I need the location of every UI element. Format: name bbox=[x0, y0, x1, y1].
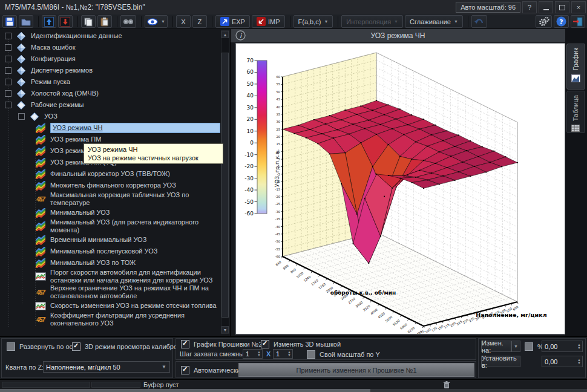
tree-item-label[interactable]: Порог скорости автомобиля для идентифика… bbox=[50, 269, 220, 284]
exit-button[interactable] bbox=[571, 15, 585, 28]
tree-item[interactable]: Конфигурация bbox=[1, 53, 220, 65]
tree-expand-icon[interactable] bbox=[18, 113, 25, 120]
tree-item[interactable]: Идентификационные данные bbox=[1, 30, 220, 42]
open-button[interactable] bbox=[19, 15, 33, 28]
tree-item-label[interactable]: Множитель финального корректора УОЗ bbox=[50, 181, 176, 189]
tree-item-label[interactable]: Финальный корректор УОЗ (ТВВ/ТОЖ) bbox=[50, 170, 170, 178]
info-icon[interactable]: i bbox=[235, 30, 246, 42]
tab-graph[interactable]: График bbox=[566, 44, 585, 90]
scroll-down-icon[interactable]: ▼ bbox=[221, 326, 229, 333]
close-button[interactable]: × bbox=[571, 1, 586, 13]
x-axis-button[interactable]: X bbox=[176, 15, 191, 28]
expand-axes-checkbox[interactable]: Развернуть по осям bbox=[7, 342, 81, 351]
tree-item-label[interactable]: УОЗ режима ЧН bbox=[50, 123, 220, 133]
tree-item-label[interactable]: Диспетчер режимов bbox=[31, 67, 93, 74]
auto-apply-checkbox[interactable]: Автоматически bbox=[181, 366, 240, 374]
interpolation-dropdown[interactable]: Интерполяция▼ bbox=[341, 15, 403, 28]
tree-item-label[interactable]: Конфигурация bbox=[31, 55, 76, 63]
view-button[interactable]: ▼ bbox=[145, 15, 168, 28]
tree-item-label[interactable]: Маска ошибок bbox=[31, 44, 75, 51]
tree-item-label[interactable]: Временный минимальный УОЗ bbox=[50, 236, 146, 244]
window-resize-edge[interactable] bbox=[0, 389, 370, 392]
copy-button[interactable] bbox=[81, 15, 96, 28]
percent-checkbox[interactable]: % bbox=[525, 342, 543, 351]
tree-item[interactable]: Минимальный УОЗ (для расчета индикаторно… bbox=[1, 218, 220, 234]
maximize-button[interactable] bbox=[555, 1, 569, 13]
tree-expand-icon[interactable] bbox=[5, 79, 11, 85]
change-by-dropdown[interactable]: ▼ bbox=[511, 341, 520, 352]
load-firmware1-button[interactable] bbox=[42, 15, 56, 28]
import-button[interactable]: IMP bbox=[252, 15, 285, 28]
tree-item-label[interactable]: Минимальный послепусковой УОЗ bbox=[50, 247, 157, 255]
tree-item-label[interactable]: УОЗ режим bbox=[50, 147, 85, 155]
z-axis-button[interactable]: Z bbox=[192, 15, 207, 28]
formula-dropdown[interactable]: F(a,b,c)▼ bbox=[294, 15, 333, 28]
tree-item[interactable]: Диспетчер режимов bbox=[1, 65, 220, 76]
tab-table[interactable]: Таблица bbox=[566, 91, 585, 133]
help-button[interactable]: ? bbox=[554, 15, 569, 28]
tree-item[interactable]: Скорость изменения УОЗ на режиме отсечки… bbox=[1, 300, 220, 312]
spinner-arrows-icon[interactable]: ▲▼ bbox=[287, 351, 291, 357]
tree-item-label[interactable]: Режим пуска bbox=[31, 78, 70, 86]
tree-item[interactable]: 457Коэффициент фильтрации для усреднения… bbox=[1, 312, 220, 327]
tree-expand-icon[interactable] bbox=[5, 90, 11, 97]
set-value-input[interactable]: 0,00▲▼ bbox=[542, 356, 583, 367]
tree-item-label[interactable]: УОЗ режима ПМ bbox=[50, 136, 101, 143]
change-by-button[interactable]: Измен. на: bbox=[481, 341, 511, 352]
tree-item-label[interactable]: Коэффициент фильтрации для усреднения ок… bbox=[50, 312, 220, 327]
tree-item-label[interactable]: Рабочие режимы bbox=[31, 101, 84, 109]
settings-button[interactable] bbox=[536, 15, 552, 28]
smoothing-dropdown[interactable]: Сглаживание▼ bbox=[405, 15, 463, 28]
tree-item[interactable]: Порог скорости автомобиля для идентифика… bbox=[1, 269, 220, 284]
spinner-arrows-icon[interactable]: ▲▼ bbox=[577, 359, 581, 365]
tree-item[interactable]: УОЗ режима ЧН bbox=[1, 122, 220, 134]
save-button[interactable] bbox=[2, 15, 17, 28]
spinner-arrows-icon[interactable]: ▲▼ bbox=[577, 344, 581, 350]
tree-item[interactable]: 457Максимальная коррекция табличных УОЗ … bbox=[1, 191, 220, 207]
tree-item-label[interactable]: Максимальная коррекция табличных УОЗ по … bbox=[50, 191, 220, 207]
capture-step-y-input[interactable]: 1▲▼ bbox=[273, 349, 293, 359]
tree-item-label[interactable]: Скорость изменения УОЗ на режиме отсечки… bbox=[50, 302, 217, 310]
tree-expand-icon[interactable] bbox=[5, 33, 11, 39]
3d-plot-area[interactable]: 706050403020100-10-20-30-40-50-60-60-55-… bbox=[235, 43, 565, 335]
tree-item[interactable]: Множитель финального корректора УОЗ bbox=[1, 180, 220, 191]
tree-item[interactable]: Режим пуска bbox=[1, 76, 220, 88]
tree-item[interactable]: Минимальный УОЗ по ТОЖ bbox=[1, 257, 220, 269]
tree-item-label[interactable]: Минимальный УОЗ bbox=[50, 209, 110, 217]
export-button[interactable]: EXP bbox=[215, 15, 250, 28]
tree-item-label[interactable]: Минимальный УОЗ по ТОЖ bbox=[50, 259, 136, 267]
tree-item[interactable]: 457Верхнее ограничение УОЗ на режимах ЧН… bbox=[1, 284, 220, 300]
3d-surface-chart[interactable]: 706050403020100-10-20-30-40-50-60-60-55-… bbox=[236, 44, 565, 334]
tree-expand-icon[interactable] bbox=[5, 56, 11, 62]
tree-item[interactable]: Временный минимальный УОЗ bbox=[1, 234, 220, 246]
apply-changes-button[interactable]: Применить изменения к Прошивке №1 bbox=[238, 363, 474, 377]
tree-expand-icon[interactable] bbox=[5, 44, 11, 51]
capture-step-x-input[interactable]: 1▲▼ bbox=[243, 349, 263, 359]
scrollbar-thumb[interactable] bbox=[221, 53, 229, 318]
tree-item[interactable]: Рабочие режимы bbox=[1, 99, 220, 111]
tree-item[interactable]: Холостой ход (ОМЧВ) bbox=[1, 88, 220, 99]
graph2-checkbox[interactable]: График Прошивки №2 bbox=[181, 340, 263, 348]
tree-item[interactable]: УОЗ bbox=[1, 111, 220, 122]
tree-item-label[interactable]: Минимальный УОЗ (для расчета индикаторно… bbox=[50, 218, 220, 234]
undo-button[interactable] bbox=[471, 15, 487, 28]
search-button[interactable] bbox=[120, 15, 136, 28]
paste-button[interactable] bbox=[97, 15, 112, 28]
minimize-button[interactable] bbox=[539, 1, 553, 13]
tree-item[interactable]: Финальный корректор УОЗ (ТВВ/ТОЖ) bbox=[1, 168, 220, 180]
tree-expand-icon[interactable] bbox=[5, 67, 11, 74]
tree-item-label[interactable]: Идентификационные данные bbox=[31, 32, 122, 40]
tree-expand-icon[interactable] bbox=[5, 102, 11, 108]
mouse-3d-checkbox[interactable]: Изменять 3D мышкой bbox=[261, 340, 341, 348]
quanta-z-select[interactable]: Наполнение, мг/цикл 50▼ bbox=[43, 361, 170, 373]
view-3d-checkbox[interactable]: 3D режим просмотра калибровки bbox=[72, 342, 188, 351]
tree-item-label[interactable]: Холостой ход (ОМЧВ) bbox=[31, 90, 99, 97]
tree-item[interactable]: Минимальный послепусковой УОЗ bbox=[1, 246, 220, 257]
tree-item[interactable]: Маска ошибок bbox=[1, 42, 220, 53]
tree-item-label[interactable]: УОЗ bbox=[44, 113, 57, 120]
load-firmware2-button[interactable] bbox=[58, 15, 73, 28]
help-window-button[interactable]: ? bbox=[522, 1, 537, 13]
set-to-button[interactable]: Установить в: bbox=[481, 356, 520, 367]
change-value-input[interactable]: 0,00▲▼ bbox=[542, 341, 583, 352]
tree-item[interactable]: Минимальный УОЗ bbox=[1, 207, 220, 218]
